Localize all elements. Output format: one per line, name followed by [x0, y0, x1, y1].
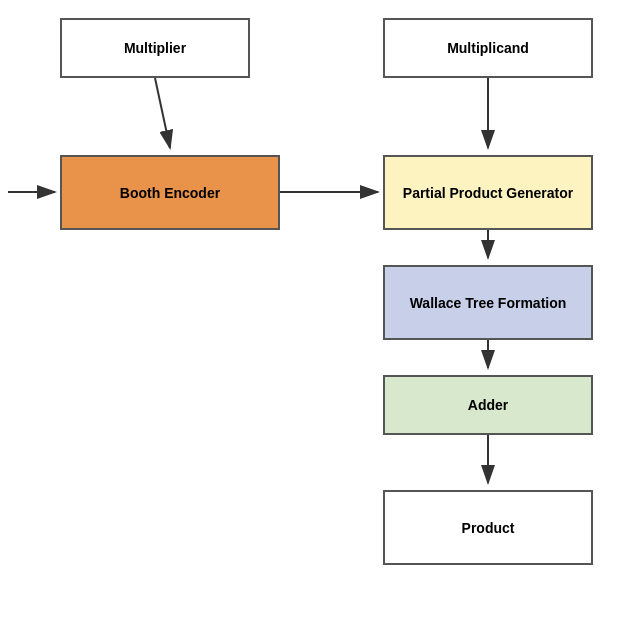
wallace-tree-box: Wallace Tree Formation — [383, 265, 593, 340]
arrow-multiplier-to-booth — [155, 78, 170, 148]
product-box: Product — [383, 490, 593, 565]
multiplier-label: Multiplier — [124, 40, 186, 56]
multiplier-box: Multiplier — [60, 18, 250, 78]
multiplicand-label: Multiplicand — [447, 40, 529, 56]
booth-encoder-box: Booth Encoder — [60, 155, 280, 230]
multiplicand-box: Multiplicand — [383, 18, 593, 78]
adder-box: Adder — [383, 375, 593, 435]
adder-label: Adder — [468, 397, 508, 413]
wallace-tree-label: Wallace Tree Formation — [410, 295, 567, 311]
partial-product-label: Partial Product Generator — [403, 185, 573, 201]
booth-encoder-label: Booth Encoder — [120, 185, 220, 201]
partial-product-generator-box: Partial Product Generator — [383, 155, 593, 230]
diagram: Multiplier Multiplicand Booth Encoder Pa… — [0, 0, 627, 627]
product-label: Product — [462, 520, 515, 536]
